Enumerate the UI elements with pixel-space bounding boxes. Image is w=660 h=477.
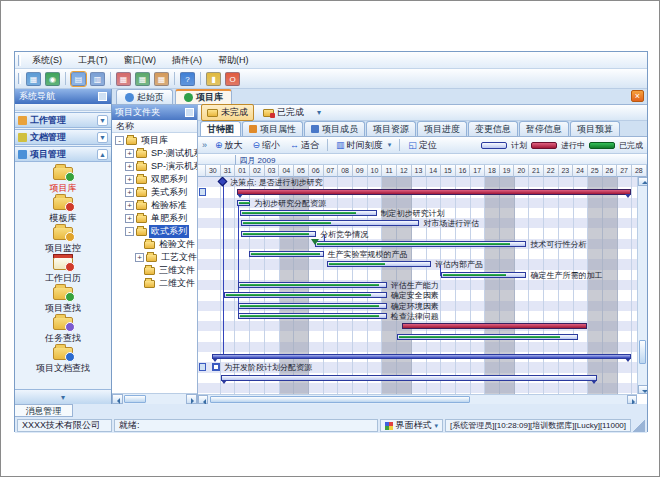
calendar-red-icon[interactable]: ▦ <box>116 72 131 86</box>
scroll-left-icon[interactable] <box>198 395 208 404</box>
tree-node-检验标准[interactable]: +检验标准 <box>112 199 197 212</box>
panel-overflow-icon[interactable]: » <box>202 140 207 150</box>
task-bar[interactable] <box>397 334 578 340</box>
task-bar[interactable] <box>315 241 527 247</box>
expand-icon[interactable]: + <box>135 253 144 262</box>
menu-item[interactable]: 窗口(W) <box>116 53 165 67</box>
close-icon[interactable]: × <box>631 90 644 102</box>
tab-甘特图[interactable]: 甘特图 <box>200 121 241 136</box>
sidebar-section-工作管理[interactable]: 工作管理▼ <box>15 112 111 128</box>
sidebar-item-项目文档查找[interactable]: 项目文档查找 <box>15 346 111 376</box>
summary-bar[interactable] <box>212 354 631 359</box>
tree-node-三维文件[interactable]: 三维文件 <box>112 264 197 277</box>
sidebar-header[interactable]: 系统导航 <box>15 89 111 104</box>
gantt-hscrollbar[interactable] <box>198 394 637 404</box>
tree-node-项目库[interactable]: -项目库 <box>112 134 197 147</box>
tree-node-单肥系列[interactable]: +单肥系列 <box>112 212 197 225</box>
menu-item[interactable]: 系统(S) <box>24 53 70 67</box>
sidebar-item-模板库[interactable]: 模板库 <box>15 196 111 226</box>
tree-node-SP-测试机系[interactable]: +SP-测试机系 <box>112 147 197 160</box>
expand-icon[interactable]: + <box>125 162 134 171</box>
task-bar[interactable] <box>441 272 526 278</box>
tree-hscrollbar[interactable] <box>112 393 197 404</box>
chevron-up-icon[interactable]: ▲ <box>97 149 108 160</box>
tree-node-工艺文件[interactable]: +工艺文件 <box>112 251 197 264</box>
help-icon[interactable]: ? <box>180 72 195 86</box>
gantt-vscrollbar[interactable] <box>637 177 647 394</box>
filter-button-已完成[interactable]: 已完成 <box>257 104 310 121</box>
task-bar[interactable] <box>240 210 377 216</box>
collapse-icon[interactable]: - <box>125 227 134 236</box>
pin-icon[interactable] <box>185 108 194 117</box>
sidebar-item-任务查找[interactable]: 任务查找 <box>15 316 111 346</box>
resize-grip[interactable] <box>633 419 645 432</box>
task-bar[interactable] <box>249 251 324 257</box>
expand-icon[interactable]: + <box>125 214 134 223</box>
tree-node-二维文件[interactable]: 二维文件 <box>112 277 197 290</box>
scroll-up-icon[interactable] <box>638 177 647 186</box>
expand-icon[interactable]: + <box>125 188 134 197</box>
sidebar-item-项目库[interactable]: 项目库 <box>15 166 111 196</box>
power-icon[interactable]: O <box>225 72 240 86</box>
expand-icon[interactable]: + <box>125 175 134 184</box>
task-bar[interactable] <box>241 231 316 237</box>
task-icon[interactable] <box>212 363 220 371</box>
expand-icon[interactable]: + <box>125 201 134 210</box>
task-bar[interactable] <box>327 261 431 267</box>
fit-button[interactable]: ↔适合 <box>286 137 323 154</box>
open-folder-icon[interactable]: ▤ <box>71 72 86 86</box>
task-bar[interactable] <box>237 200 250 206</box>
collapse-icon[interactable]: - <box>115 136 124 145</box>
menu-item[interactable]: 帮助(H) <box>210 53 257 67</box>
summary-bar[interactable] <box>237 189 631 195</box>
sidebar-section-项目管理[interactable]: 项目管理▲ <box>15 146 111 162</box>
chevron-down-icon[interactable]: ▼ <box>97 115 108 126</box>
gantt-hscroll-thumb[interactable] <box>210 396 470 403</box>
tab-变更信息[interactable]: 变更信息 <box>468 121 518 136</box>
tab-项目预算[interactable]: 项目预算 <box>570 121 620 136</box>
sidebar-section-文档管理[interactable]: 文档管理▼ <box>15 129 111 145</box>
lock-icon[interactable]: ▮ <box>206 72 221 86</box>
zoom-in-button[interactable]: ⊕放大 <box>211 137 247 154</box>
menu-item[interactable]: 插件(A) <box>164 53 210 67</box>
task-bar[interactable] <box>238 303 386 309</box>
sidebar-item-项目查找[interactable]: 项目查找 <box>15 286 111 316</box>
sidebar-bottom-band[interactable]: ▾ <box>15 389 111 404</box>
sidebar-pin-icon[interactable] <box>98 92 107 101</box>
scroll-right-icon[interactable] <box>186 394 197 404</box>
report-folder-icon[interactable]: ▥ <box>90 72 105 86</box>
doc-tab-起始页[interactable]: 起始页 <box>116 89 173 104</box>
row-expand-icon[interactable] <box>199 363 206 371</box>
locate-button[interactable]: ◱定位 <box>404 137 441 154</box>
scroll-left-icon[interactable] <box>112 394 123 404</box>
tab-暂停信息[interactable]: 暂停信息 <box>519 121 569 136</box>
row-expand-icon[interactable] <box>199 188 206 196</box>
scroll-down-icon[interactable] <box>638 385 647 394</box>
sidebar-item-项目监控[interactable]: 项目监控 <box>15 226 111 256</box>
sidebar-item-工作日历[interactable]: 工作日历 <box>15 256 111 286</box>
filter-button-未完成[interactable]: 未完成 <box>201 104 254 121</box>
menu-item[interactable]: 工具(T) <box>70 53 116 67</box>
sidebar-collapse-band[interactable] <box>15 104 111 111</box>
tab-项目资源[interactable]: 项目资源 <box>366 121 416 136</box>
task-bar[interactable] <box>238 282 386 288</box>
zoom-out-button[interactable]: ⊖缩小 <box>249 137 285 154</box>
tree-node-检验文件[interactable]: 检验文件 <box>112 238 197 251</box>
tree-node-欧式系列[interactable]: -欧式系列 <box>112 225 197 238</box>
globe-icon[interactable]: ◉ <box>45 72 60 86</box>
tab-项目属性[interactable]: 项目属性 <box>242 121 303 136</box>
tab-项目进度[interactable]: 项目进度 <box>417 121 467 136</box>
calendar-orange-icon[interactable]: ▦ <box>154 72 169 86</box>
task-bar[interactable] <box>221 375 597 381</box>
desktop-icon[interactable]: ▦ <box>26 72 41 86</box>
message-management-tab[interactable]: 消息管理 <box>15 404 73 417</box>
gantt-vscroll-thumb[interactable] <box>639 340 646 364</box>
chevron-down-icon[interactable]: ▼ <box>97 132 108 143</box>
calendar-green-icon[interactable]: ▦ <box>135 72 150 86</box>
tree-node-双肥系列[interactable]: +双肥系列 <box>112 173 197 186</box>
task-bar[interactable] <box>241 220 419 226</box>
toolbar-overflow-icon[interactable]: ▾ <box>317 108 321 117</box>
time-scale-button[interactable]: ▥时间刻度▾ <box>332 137 395 154</box>
tree-hscroll-thumb[interactable] <box>124 395 146 403</box>
ui-style-selector[interactable]: 界面样式 ▾ <box>380 419 444 432</box>
